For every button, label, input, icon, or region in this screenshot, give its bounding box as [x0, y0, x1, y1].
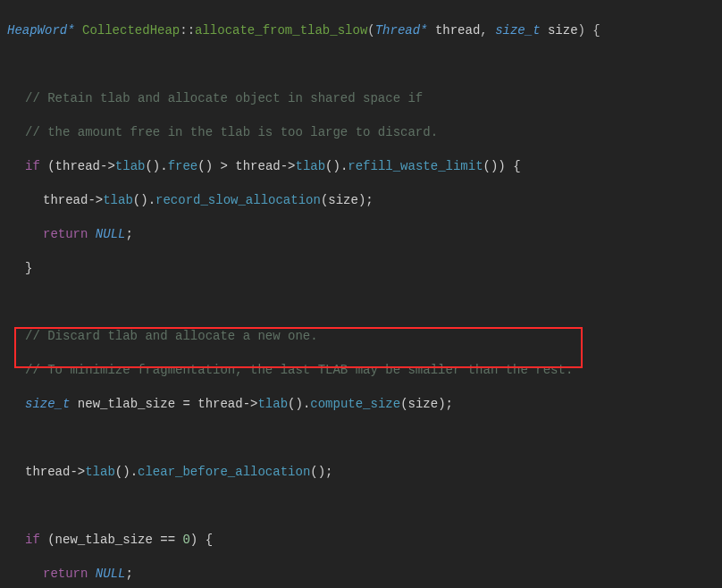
code-line: [0, 294, 722, 311]
code-line: size_t new_tlab_size = thread->tlab().co…: [0, 396, 722, 413]
code-line: HeapWord* CollectedHeap::allocate_from_t…: [0, 22, 722, 39]
code-line: [0, 498, 722, 515]
code-line: return NULL;: [0, 226, 722, 243]
code-line: // the amount free in the tlab is too la…: [0, 124, 722, 141]
code-line: return NULL;: [0, 566, 722, 583]
code-block: HeapWord* CollectedHeap::allocate_from_t…: [0, 0, 722, 588]
code-line: // To minimize fragmentation, the last T…: [0, 362, 722, 379]
code-line: }: [0, 260, 722, 277]
code-line: [0, 430, 722, 447]
code-line: thread->tlab().record_slow_allocation(si…: [0, 192, 722, 209]
code-line: // Discard tlab and allocate a new one.: [0, 328, 722, 345]
code-line: if (thread->tlab().free() > thread->tlab…: [0, 158, 722, 175]
code-line: // Retain tlab and allocate object in sh…: [0, 90, 722, 107]
code-line: if (new_tlab_size == 0) {: [0, 532, 722, 549]
code-line: [0, 56, 722, 73]
code-line: thread->tlab().clear_before_allocation()…: [0, 464, 722, 481]
